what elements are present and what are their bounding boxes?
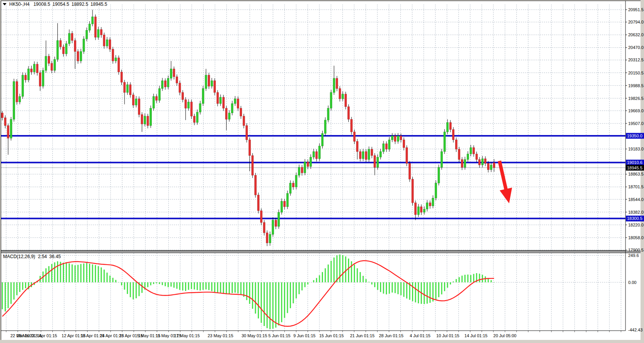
macd-axis-label: 249.6	[628, 253, 639, 258]
candle-body	[246, 125, 248, 140]
time-axis-label: 28 Jun 01:15	[379, 333, 404, 338]
price-axis-label: 18863.5	[628, 172, 644, 176]
price-axis-label: 20312.5	[628, 57, 644, 62]
candle-body	[351, 119, 353, 132]
candle-body	[383, 144, 385, 151]
candle-body	[481, 159, 483, 165]
candle-body	[487, 164, 489, 170]
price-axis-label: 19669.0	[628, 108, 644, 113]
chart-background	[1, 1, 641, 340]
quote-open: 19008.5	[34, 2, 50, 7]
time-axis-label: 23 May 01:15	[208, 333, 234, 338]
candle-body	[420, 207, 422, 212]
time-axis-label: 15 Jun 01:15	[319, 333, 344, 338]
price-axis-label: 20951.5	[628, 7, 644, 12]
candle-body	[406, 148, 408, 164]
candle-body	[493, 163, 495, 168]
candle-body	[164, 81, 166, 87]
candle-body	[362, 152, 364, 159]
price-axis-label: 18058.0	[628, 235, 644, 240]
macd-label: MACD(12,26,9)	[3, 254, 35, 259]
bottom-chrome-strip	[0, 340, 644, 343]
time-axis-label: 5 Jun 01:15	[268, 333, 291, 338]
price-axis-label: 20470.0	[628, 45, 644, 50]
macd-main-value: 2.54	[38, 254, 47, 259]
candle-body	[313, 152, 314, 157]
candle-body	[348, 106, 350, 119]
candle-body	[467, 154, 469, 159]
quote-high: 19054.5	[52, 2, 69, 7]
macd-axis-label: -442.43	[628, 328, 642, 332]
candle-body	[2, 113, 3, 118]
candle-body	[220, 97, 222, 103]
candle-body	[368, 149, 370, 160]
candle-body	[438, 167, 440, 183]
candle-body	[240, 108, 242, 116]
candle-body	[54, 59, 55, 71]
candle-body	[193, 116, 195, 122]
candle-body	[176, 77, 178, 83]
price-axis-label: 18701.5	[628, 184, 644, 189]
candle-body	[51, 63, 53, 70]
candle-body	[39, 73, 41, 86]
symbol-label: HK50-,H4	[9, 2, 30, 7]
candle-body	[205, 75, 207, 89]
candle-body	[118, 58, 120, 72]
macd-signal-value: 36.45	[49, 254, 61, 259]
candle-body	[211, 81, 213, 86]
candle-body	[124, 82, 126, 93]
candle-body	[447, 122, 449, 132]
candle-body	[173, 69, 175, 76]
candle-body	[161, 81, 163, 88]
candle-body	[455, 140, 457, 149]
candle-body	[412, 179, 414, 203]
candle-body	[121, 72, 123, 83]
quote-line: HK50-,H419008.519054.518892.518945.5	[9, 2, 108, 7]
candle-body	[400, 136, 402, 140]
candle-body	[397, 136, 399, 141]
candle-body	[231, 103, 233, 113]
candle-body	[141, 115, 143, 124]
candle-body	[409, 164, 411, 179]
candle-body	[150, 108, 152, 126]
candle-body	[19, 96, 21, 102]
macd-axis-label: 0.00	[628, 280, 636, 285]
candle-body	[77, 52, 79, 61]
hline-price-badge-label: 19010.6	[627, 160, 642, 165]
candle-body	[100, 29, 102, 35]
candle-body	[444, 132, 446, 152]
candle-body	[71, 34, 73, 41]
candle-body	[190, 102, 192, 116]
candle-body	[385, 144, 387, 149]
candle-body	[298, 167, 300, 175]
chart-canvas[interactable]: 20951.520794.020632.020470.020312.520150…	[0, 0, 644, 343]
candle-body	[27, 69, 29, 80]
candle-body	[403, 140, 405, 147]
candle-body	[426, 203, 428, 209]
candle-body	[48, 56, 50, 63]
candle-body	[80, 52, 82, 61]
time-axis-label: 30 May 01:15	[242, 333, 267, 338]
candle-body	[254, 175, 256, 195]
candle-body	[138, 99, 140, 115]
candle-body	[106, 40, 108, 46]
chart-window: 20951.520794.020632.020470.020312.520150…	[0, 0, 644, 343]
candle-body	[249, 140, 251, 155]
candle-body	[423, 209, 425, 212]
candle-body	[275, 220, 277, 226]
candle-body	[83, 39, 85, 52]
candle-body	[222, 97, 224, 108]
time-axis-label: 9 Jun 01:15	[293, 333, 316, 338]
candle-body	[435, 183, 437, 198]
candle-body	[490, 165, 492, 170]
candle-body	[228, 113, 230, 119]
candle-body	[237, 99, 239, 108]
candle-body	[126, 84, 128, 92]
candle-body	[380, 152, 382, 157]
candle-body	[330, 93, 332, 108]
candle-body	[7, 125, 9, 138]
candle-body	[359, 152, 361, 159]
candle-body	[74, 41, 76, 52]
time-axis-label: 10 Jul 01:15	[436, 333, 459, 338]
candle-body	[484, 159, 486, 163]
